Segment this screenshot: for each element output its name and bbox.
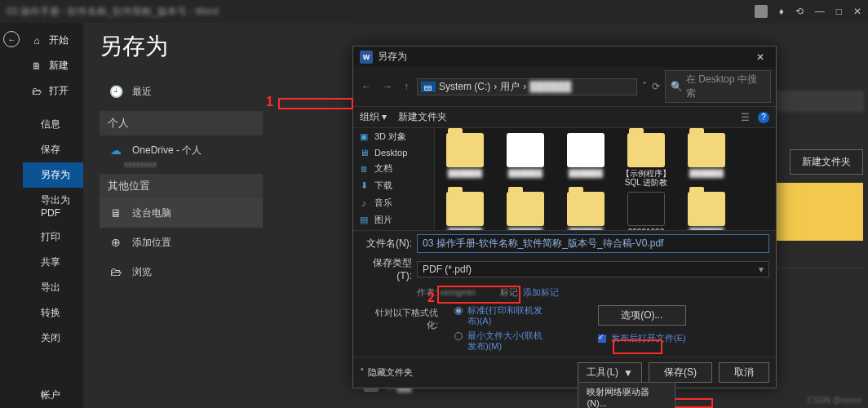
image-icon: ▤	[358, 215, 370, 225]
nav-open[interactable]: 🗁打开	[23, 78, 83, 104]
save-button[interactable]: 保存(S)	[649, 362, 712, 383]
organize-menu[interactable]: 组织 ▾	[360, 110, 387, 124]
view-icon[interactable]: ☰	[741, 112, 750, 123]
new-icon: 🗎	[31, 60, 42, 72]
file-item[interactable]: ██████	[440, 192, 490, 230]
save-dialog: W另存为 ✕ ← → ↑ 🖴 System (C:)› 用户› ██████ ˅…	[352, 46, 777, 388]
refresh-icon[interactable]: ⟳	[652, 81, 660, 92]
nav-account[interactable]: 帐户	[23, 383, 83, 408]
menu-map-drive[interactable]: 映射网络驱动器(N)...	[578, 383, 675, 408]
help-icon[interactable]: ?	[758, 112, 769, 123]
place-this-pc[interactable]: 🖥这台电脑	[100, 198, 263, 228]
places-personal-header: 个人	[100, 111, 263, 135]
options-button[interactable]: 选项(O)...	[598, 305, 686, 326]
minimize-icon[interactable]: —	[815, 6, 825, 17]
open-icon: 🗁	[31, 86, 42, 97]
place-browse[interactable]: 🗁浏览	[100, 257, 263, 286]
dropdown-icon[interactable]: ˅	[642, 81, 647, 92]
filename-label: 文件名(N):	[360, 237, 412, 251]
nav-info[interactable]: 信息	[23, 112, 83, 137]
radio-standard[interactable]: 标准(打印和联机发布)(A)	[454, 305, 549, 326]
dialog-title: 另存为	[378, 50, 407, 64]
dialog-titlebar: W另存为 ✕	[353, 47, 776, 67]
onedrive-icon: ☁	[108, 142, 124, 158]
word-icon: W	[360, 51, 373, 64]
tree-desktop[interactable]: 🖥Desktop	[353, 145, 434, 160]
title-bar: 03 操作手册 - 软件名称_软件简称_版本号 - Word ♦ ⟲ — □ ✕	[0, 0, 868, 23]
folder-tree: ▣3D 对象 🖥Desktop 🗎文档 ⬇下载 ♪音乐 ▤图片 ▶视频 🖴Sys…	[353, 128, 435, 230]
maximize-icon[interactable]: □	[836, 6, 842, 17]
chevron-up-icon: ˄	[360, 367, 365, 378]
file-item[interactable]: ██████	[440, 133, 490, 187]
tools-dropdown[interactable]: 工具(L)▼ 映射网络驱动器(N)... 保存选项(S)... 常规选项(G).…	[578, 362, 642, 383]
dialog-close-icon[interactable]: ✕	[751, 51, 769, 63]
tree-music[interactable]: ♪音乐	[353, 194, 434, 211]
back-strip: ←	[0, 23, 23, 408]
address-bar[interactable]: 🖴 System (C:)› 用户› ██████	[417, 78, 637, 95]
file-item[interactable]: ██████	[681, 192, 732, 230]
hide-folders-toggle[interactable]: ˄隐藏文件夹	[360, 366, 413, 379]
open-after-check[interactable]: 发布后打开文件(E)	[598, 332, 686, 344]
new-folder-button[interactable]: 新建文件夹	[790, 149, 863, 175]
tree-docs[interactable]: 🗎文档	[353, 160, 434, 177]
nav-fwd-icon[interactable]: →	[379, 81, 396, 92]
radio-icon	[454, 332, 463, 340]
tree-downloads[interactable]: ⬇下载	[353, 177, 434, 194]
avatar-icon[interactable]	[755, 5, 768, 18]
new-folder-button[interactable]: 新建文件夹	[398, 110, 447, 124]
file-item[interactable]: 20221020	[621, 192, 671, 230]
tag-value[interactable]: 添加标记	[523, 287, 559, 297]
browse-icon: 🗁	[108, 264, 124, 280]
trial-icon[interactable]: ⟲	[795, 6, 804, 17]
tree-pics[interactable]: ▤图片	[353, 211, 434, 228]
cube-icon: ▣	[358, 131, 370, 142]
recent-icon: 🕘	[108, 83, 124, 100]
nav-print[interactable]: 打印	[23, 224, 83, 250]
place-add[interactable]: ⊕添加位置	[100, 228, 263, 257]
author-value[interactable]: xiongmin	[440, 287, 476, 297]
nav-up-icon[interactable]: ↑	[401, 81, 412, 92]
filename-field[interactable]: 03 操作手册-软件名称_软件简称_版本号_待合稿-V0.pdf	[417, 234, 769, 253]
home-icon: ⌂	[31, 35, 42, 47]
music-icon: ♪	[358, 198, 370, 208]
watermark: CSDN @xxxxx	[808, 396, 861, 405]
chevron-down-icon: ▼	[623, 367, 633, 379]
download-icon: ⬇	[358, 180, 370, 191]
onedrive-account: xxxxxxxx	[124, 160, 263, 169]
annotation-1: 1	[266, 95, 273, 109]
doc-title: 03 操作手册 - 软件名称_软件简称_版本号 - Word	[7, 5, 219, 19]
nav-new[interactable]: 🗎新建	[23, 53, 83, 78]
tools-menu: 映射网络驱动器(N)... 保存选项(S)... 常规选项(G)... Web …	[578, 382, 675, 408]
drive-chip[interactable]: 🖴	[421, 82, 436, 92]
nav-save[interactable]: 保存	[23, 137, 83, 162]
radio-minimum[interactable]: 最小文件大小(联机发布)(M)	[454, 330, 549, 352]
nav-export-pdf[interactable]: 导出为PDF	[23, 188, 83, 224]
nav-save-as[interactable]: 另存为	[23, 162, 83, 188]
premium-icon[interactable]: ♦	[779, 6, 784, 17]
nav-share[interactable]: 共享	[23, 250, 83, 275]
nav-home[interactable]: ⌂开始	[23, 28, 83, 53]
cancel-button[interactable]: 取消	[719, 362, 769, 383]
dialog-navbar: ← → ↑ 🖴 System (C:)› 用户› ██████ ˅ ⟳ 🔍在 D…	[353, 67, 776, 107]
optimize-label: 针对以下格式优化:	[368, 305, 438, 352]
tree-3d[interactable]: ▣3D 对象	[353, 128, 434, 145]
radio-icon	[454, 307, 463, 315]
file-item[interactable]: 【示例程序】SQL 进阶教程	[621, 133, 671, 187]
filetype-label: 保存类型(T):	[360, 256, 412, 282]
file-item[interactable]: ██████	[500, 192, 551, 230]
file-item[interactable]: ██████	[500, 133, 551, 187]
search-input[interactable]: 🔍在 Desktop 中搜索	[665, 70, 771, 103]
desktop-icon: 🖥	[358, 148, 370, 157]
close-icon[interactable]: ✕	[853, 6, 861, 17]
file-item[interactable]: ██████	[560, 133, 611, 187]
file-item[interactable]: ██████	[560, 192, 611, 230]
nav-back-icon[interactable]: ←	[358, 81, 374, 92]
nav-close[interactable]: 关闭	[23, 326, 83, 351]
nav-transform[interactable]: 转换	[23, 300, 83, 326]
places-list: 🕘最近 个人 ☁OneDrive - 个人 xxxxxxxx 其他位置 🖥这台电…	[100, 77, 263, 286]
back-button[interactable]: ←	[3, 31, 20, 47]
filetype-combo[interactable]: PDF (*.pdf)	[417, 261, 769, 277]
place-recent[interactable]: 🕘最近	[100, 77, 263, 106]
nav-export[interactable]: 导出	[23, 275, 83, 300]
file-item[interactable]: ██████	[681, 133, 732, 187]
